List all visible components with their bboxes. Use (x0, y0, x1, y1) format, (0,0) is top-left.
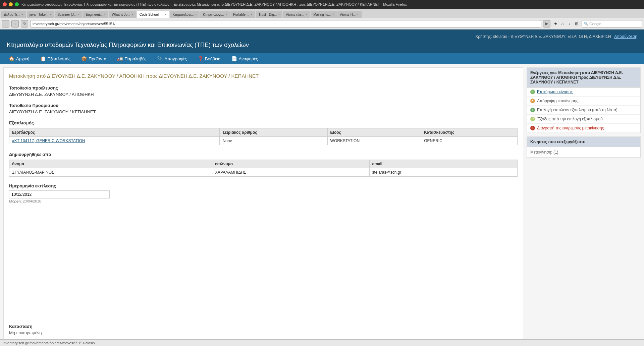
nav-receptions-label: Παραλαβές (124, 56, 146, 61)
forward-button[interactable]: → (11, 20, 19, 27)
col-equipment: Εξοπλισμός (9, 128, 220, 137)
minimize-control[interactable] (9, 2, 13, 6)
exec-date-input[interactable] (9, 190, 110, 198)
download-icon[interactable]: ↓ (567, 21, 573, 27)
status-bar-text: inventory.sch.gr/movements/objects/moves… (3, 341, 95, 345)
tab-listies-h[interactable]: Λίστες Η... × (337, 11, 362, 18)
action-delete[interactable]: ✕ Διαγραφή της εκκρεμούς μετακίνησης (527, 124, 640, 133)
manufacturer-value: GENERIC (421, 137, 518, 145)
created-by-label: Δημιουργήθηκε από (9, 152, 518, 157)
status-section: Κατάσταση Μη επικυρωμένη (9, 324, 518, 335)
nav-products-label: Προϊόντα (89, 56, 106, 61)
movements-content: Μετακίνηση: (1) (527, 147, 640, 157)
reject-icon: ✗ (530, 99, 535, 103)
search-bar[interactable]: 🔍 Google (582, 20, 642, 27)
go-button[interactable]: ▶ (543, 20, 550, 27)
equipment-table: Εξοπλισμός Σειριακός αριθμός Είδος Κατασ… (9, 128, 518, 145)
action-exit-selection[interactable]: ↩ Έξοδος από την επιλογή εξοπλισμού (527, 115, 640, 124)
tab-close-icon[interactable]: × (165, 13, 166, 16)
action-reject[interactable]: ✗ Απόρριψη μετακίνησης (527, 97, 640, 106)
nav-help[interactable]: Βοήθεια (192, 53, 226, 64)
action-approve-label: Επικύρωση κίνησης (537, 90, 573, 94)
tab-close-icon[interactable]: × (306, 13, 307, 16)
house-icon (9, 56, 14, 61)
nav-home-label: Αρχική (16, 56, 30, 61)
tab-engineering[interactable]: Engineeri... × (83, 11, 109, 18)
tab-listies[interactable]: Λίστες ηλε... × (283, 11, 310, 18)
close-control[interactable] (3, 2, 7, 6)
address-bar[interactable]: inventory.sch.gr/movements/objects/moves… (30, 20, 541, 27)
tab-close-icon[interactable]: × (131, 13, 133, 16)
creator-table: όνομα επώνυμο email ΣΤΥΛΙΑΝΟΣ-ΜΑΡΙΝΟΣ ΧΑ… (9, 160, 518, 177)
col-type: Είδος (327, 128, 421, 137)
tab-close-icon[interactable]: × (332, 13, 334, 16)
tab-ktima2[interactable]: Κτηματολόγι... × (200, 11, 230, 18)
window-title: Κτηματολόγιο υποδομών Τεχνολογίας Πληροφ… (21, 2, 641, 6)
tab-close-icon[interactable]: × (251, 13, 252, 16)
page-header: Χρήστης: stelaras - ΔΙΕΥΘΥΝΣΗ Δ.Ε. ΖΑΚΥΝ… (0, 30, 644, 53)
tab-close-icon[interactable]: × (22, 13, 23, 16)
browser-toolbar: ← → ↻ inventory.sch.gr/movements/objects… (0, 18, 644, 30)
tab-trust[interactable]: Trust - Dig... × (256, 11, 283, 18)
approve-icon: ✓ (530, 90, 535, 94)
tab-mailing[interactable]: Mailing lis... × (311, 11, 337, 18)
tab-portable[interactable]: Portable ... × (230, 11, 255, 18)
delete-icon: ✕ (530, 126, 535, 130)
equipment-link[interactable]: #KT-104117, GENERIC WORKSTATION (9, 137, 220, 145)
maximize-control[interactable] (15, 2, 19, 6)
nav-equipment[interactable]: Εξοπλισμός (35, 53, 76, 64)
tab-whatisjo[interactable]: What is Jo... × (109, 11, 136, 18)
nav-inventories[interactable]: Απογραφές (152, 53, 192, 64)
address-text: inventory.sch.gr/movements/objects/moves… (33, 22, 115, 26)
user-info: Χρήστης: stelaras - ΔΙΕΥΘΥΝΣΗ Δ.Ε. ΖΑΚΥΝ… (475, 34, 611, 39)
tab-close-icon[interactable]: × (104, 13, 106, 16)
actions-panel: Ενέργειες για: Μετακίνηση από ΔΙΕΥΘΥΝΣΗ … (527, 67, 641, 133)
search-engine-icon: 🔍 (584, 22, 588, 25)
report-icon (231, 56, 237, 61)
creator-name: ΣΤΥΛΙΑΝΟΣ-ΜΑΡΙΝΟΣ (9, 168, 212, 177)
nav-products[interactable]: Προϊόντα (76, 53, 112, 64)
nav-receptions[interactable]: Παραλαβές (112, 53, 152, 64)
sidebar: Ενέργειες για: Μετακίνηση από ΔΙΕΥΘΥΝΣΗ … (527, 67, 641, 346)
truck-icon (117, 56, 123, 61)
creator-row: ΣΤΥΛΙΑΝΟΣ-ΜΑΡΙΝΟΣ ΧΑΡΑΛΑΜΠΙΔΗΣ stelaras@… (9, 168, 518, 177)
content-area: Μετακίνηση από ΔΙΕΥΘΥΝΣΗ Δ.Ε. ΖΑΚΥΝΘΟΥ /… (3, 67, 523, 346)
nav-reports[interactable]: Αναφορές (226, 53, 264, 64)
movements-header: Κινήσεις που επεξεργάζεστε (527, 137, 640, 147)
status-label: Κατάσταση (9, 324, 518, 329)
home-icon[interactable]: ⌂ (559, 21, 566, 27)
help-icon (198, 56, 203, 61)
action-approve[interactable]: ✓ Επικύρωση κίνησης (527, 88, 640, 97)
action-select-equipment[interactable]: + Επιλογή επιπλέον εξοπλισμού (από τη λί… (527, 106, 640, 115)
tab-ktima1[interactable]: Κτηματολόγι... × (170, 11, 200, 18)
equipment-label: Εξοπλισμός (9, 120, 518, 125)
tab-close-icon[interactable]: × (357, 13, 359, 16)
source-location-section: Τοποθεσία προέλευσης ΔΙΕΥΘΥΝΣΗ Δ.Ε. ΖΑΚΥ… (9, 85, 518, 97)
back-button[interactable]: ← (2, 20, 9, 27)
creator-email: stelaras@sch.gr (369, 168, 517, 177)
type-value: WORKSTATION (327, 137, 421, 145)
refresh-button[interactable]: ↻ (21, 20, 28, 27)
tab-java[interactable]: java - Take... × (27, 11, 54, 18)
status-bar: inventory.sch.gr/movements/objects/moves… (0, 339, 644, 346)
tab-close-icon[interactable]: × (195, 13, 197, 16)
exit-icon: ↩ (530, 117, 535, 121)
tab-scanner[interactable]: Scanner (J... × (55, 11, 83, 18)
logout-link[interactable]: Αποσύνδεση (614, 34, 637, 39)
tab-codeschool[interactable]: Code School -... × (137, 11, 169, 18)
tab-deltia[interactable]: Δελτία Τε... × (1, 11, 26, 18)
star-icon[interactable]: ★ (552, 21, 558, 27)
nav-home[interactable]: Αρχική (3, 53, 35, 64)
tab-close-icon[interactable]: × (78, 13, 79, 16)
serial-value: None (220, 137, 327, 145)
tab-close-icon[interactable]: × (225, 13, 227, 16)
tab-close-icon[interactable]: × (278, 13, 280, 16)
bookmark-icon[interactable]: ⊞ (574, 21, 580, 27)
main-wrapper: Μετακίνηση από ΔΙΕΥΘΥΝΣΗ Δ.Ε. ΖΑΚΥΝΘΟΥ /… (0, 64, 644, 346)
tab-close-icon[interactable]: × (50, 13, 51, 16)
clipboard-icon (157, 56, 163, 61)
list-icon (40, 56, 46, 61)
action-delete-label: Διαγραφή της εκκρεμούς μετακίνησης (537, 126, 604, 130)
source-location-label: Τοποθεσία προέλευσης (9, 85, 518, 91)
page-title: Κτηματολόγιο υποδομών Τεχνολογίας Πληροφ… (7, 42, 637, 49)
